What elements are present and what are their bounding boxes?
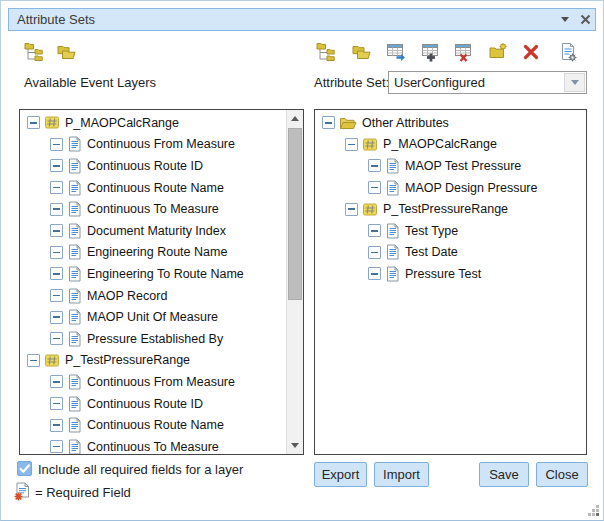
field-icon [67,396,82,412]
tree-item[interactable]: MAOP Unit Of Measure [20,306,286,328]
tree-item[interactable]: Continuous To Measure [20,436,286,455]
expand-set-tree-button[interactable] [315,41,337,63]
field-icon [67,266,82,282]
tree-collapse-box[interactable] [368,159,381,172]
expand-layers-tree-button[interactable] [23,41,45,63]
tree-collapse-box[interactable] [50,375,63,388]
tree-item[interactable]: MAOP Design Pressure [315,177,586,199]
minus-icon [53,230,60,232]
tree-collapse-box[interactable] [322,116,335,129]
tree-collapse-box[interactable] [50,246,63,259]
attribute-set-label: Attribute Set: [314,75,389,90]
field-icon [67,180,82,196]
save-button[interactable]: Save [479,462,529,487]
tree-item[interactable]: Other Attributes [315,112,586,134]
export-button[interactable]: Export [314,462,367,487]
attribute-set-panel: Other AttributesP_MAOPCalcRangeMAOP Test… [314,109,587,455]
export-table-button[interactable] [385,41,407,63]
tree-item[interactable]: MAOP Test Pressure [315,155,586,177]
tree-item-label: MAOP Design Pressure [405,181,537,195]
tree-item[interactable]: Pressure Test [315,263,586,285]
tree-collapse-box[interactable] [27,354,40,367]
scroll-down-button[interactable] [287,437,303,454]
tree-collapse-box[interactable] [50,203,63,216]
field-icon [67,374,82,390]
close-icon [580,14,591,25]
tree-collapse-box[interactable] [345,203,358,216]
tree-collapse-box[interactable] [50,181,63,194]
open-folder-button[interactable] [55,41,77,63]
tree-collapse-box[interactable] [50,224,63,237]
folder-open-icon [351,42,371,62]
include-required-fields-label: Include all required fields for a layer [38,462,243,477]
minus-icon [30,360,37,362]
vertical-scrollbar[interactable] [286,110,303,454]
tree-item[interactable]: Document Maturity Index [20,220,286,242]
dialog-title: Attribute Sets [9,12,555,27]
tree-item[interactable]: Continuous Route ID [20,155,286,177]
tree-collapse-box[interactable] [345,138,358,151]
remove-table-button[interactable] [453,41,475,63]
scrollbar-thumb[interactable] [288,128,302,300]
field-icon [385,244,400,260]
tree-collapse-box[interactable] [368,181,381,194]
tree-collapse-box[interactable] [50,289,63,302]
minus-icon [348,208,355,210]
tree-item[interactable]: Test Type [315,220,586,242]
include-required-fields-checkbox[interactable] [17,461,32,476]
tree-item-label: Continuous To Measure [87,440,219,454]
tree-item[interactable]: Pressure Established By [20,328,286,350]
close-dialog-button[interactable]: Close [536,462,588,487]
new-attribute-set-button[interactable] [487,41,509,63]
tree-collapse-box[interactable] [50,311,63,324]
field-icon [67,331,82,347]
add-table-button[interactable] [420,41,442,63]
tree-collapse-box[interactable] [50,138,63,151]
event-layer-icon [362,202,378,217]
tree-item[interactable]: MAOP Record [20,285,286,307]
minus-icon [348,144,355,146]
tree-item[interactable]: P_TestPressureRange [20,350,286,372]
close-button[interactable] [575,10,595,29]
tree-collapse-box[interactable] [368,246,381,259]
tree-item[interactable]: Test Date [315,242,586,264]
minus-icon [30,122,37,124]
tree-item[interactable]: P_MAOPCalcRange [20,112,286,134]
tree-collapse-box[interactable] [368,267,381,280]
tree-collapse-box[interactable] [50,419,63,432]
tree-item[interactable]: Continuous From Measure [20,134,286,156]
tree-item-label: Continuous From Measure [87,375,235,389]
tree-item[interactable]: P_MAOPCalcRange [315,134,586,156]
tree-collapse-box[interactable] [50,440,63,453]
field-icon [385,158,400,174]
scroll-up-button[interactable] [287,110,303,127]
tree-item[interactable]: Continuous Route Name [20,177,286,199]
tree-item[interactable]: Continuous To Measure [20,198,286,220]
tree-item[interactable]: P_TestPressureRange [315,198,586,220]
tree-collapse-box[interactable] [50,397,63,410]
tree-collapse-box[interactable] [50,332,63,345]
resize-grip[interactable] [587,504,600,517]
open-set-folder-button[interactable] [350,41,372,63]
tree-collapse-box[interactable] [50,159,63,172]
report-settings-icon [558,42,578,62]
dropdown-button[interactable] [564,73,585,92]
tree-item[interactable]: Continuous From Measure [20,371,286,393]
minus-icon [53,144,60,146]
collapse-button[interactable] [555,10,575,29]
attribute-set-dropdown[interactable]: UserConfigured [388,71,587,94]
properties-button[interactable] [557,41,579,63]
tree-item[interactable]: Continuous Route Name [20,414,286,436]
tree-collapse-box[interactable] [27,116,40,129]
tree-item-label: MAOP Unit Of Measure [87,310,218,324]
tree-collapse-box[interactable] [50,267,63,280]
tree-item[interactable]: Engineering Route Name [20,242,286,264]
field-icon [67,417,82,433]
minus-icon [53,403,60,405]
tree-item[interactable]: Engineering To Route Name [20,263,286,285]
delete-button[interactable] [520,41,542,63]
import-button[interactable]: Import [374,462,429,487]
tree-item[interactable]: Continuous Route ID [20,393,286,415]
tree-collapse-box[interactable] [368,224,381,237]
attribute-set-value: UserConfigured [389,75,564,90]
